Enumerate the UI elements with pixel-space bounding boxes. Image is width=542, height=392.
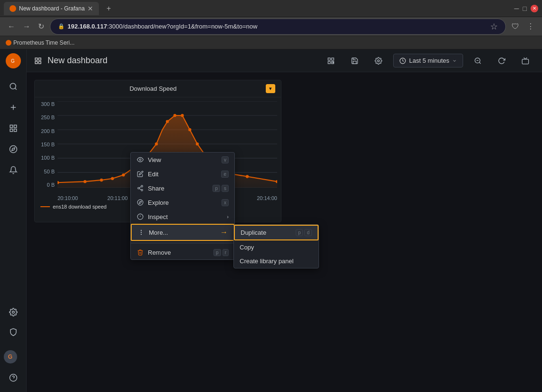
panel-header: Download Speed ▾ — [35, 80, 281, 97]
menu-item-remove[interactable]: Remove p r — [131, 245, 234, 259]
new-tab-button[interactable]: + — [103, 2, 115, 15]
browser-tab[interactable]: New dashboard - Grafana ✕ — [4, 2, 99, 15]
save-dashboard-button[interactable] — [346, 54, 364, 68]
remove-shortcut-key-r: r — [223, 249, 229, 256]
tv-mode-button[interactable] — [516, 54, 534, 68]
remove-shortcut-key-p: p — [213, 249, 221, 256]
dup-shortcut-key-p: p — [296, 229, 303, 236]
menu-share-shortcut: p s — [213, 185, 229, 192]
sidebar-item-add[interactable] — [4, 98, 23, 117]
svg-rect-15 — [328, 58, 330, 60]
submenu-item-copy[interactable]: Copy — [234, 240, 319, 254]
browser-controls: ← → ↻ 🔒 192.168.0.117:3000/dashboard/new… — [0, 17, 542, 36]
inspect-chevron-icon: › — [227, 214, 229, 220]
y-label-0: 0 B — [37, 182, 55, 188]
duplicate-shortcut: p d — [296, 229, 312, 236]
svg-point-42 — [181, 114, 184, 117]
menu-item-inspect[interactable]: Inspect › — [131, 210, 234, 224]
svg-rect-4 — [14, 125, 16, 127]
browser-titlebar: New dashboard - Grafana ✕ + ─ □ ✕ — [0, 0, 542, 17]
menu-item-view[interactable]: View v — [131, 153, 234, 167]
remove-icon — [136, 249, 144, 256]
top-nav: New dashboard Last 5 minutes — [27, 49, 542, 72]
dashboard-title: New dashboard — [48, 56, 107, 66]
window-controls: ─ □ ✕ — [514, 5, 538, 12]
x-label-1: 20:10:00 — [58, 195, 78, 201]
grafana-logo[interactable]: G — [6, 53, 21, 68]
menu-explore-shortcut: x — [222, 199, 229, 206]
menu-view-label: View — [148, 156, 161, 163]
sidebar-item-dashboards[interactable] — [4, 119, 23, 138]
main-content: New dashboard Last 5 minutes — [27, 49, 542, 392]
submenu-item-duplicate[interactable]: Duplicate p d — [234, 225, 319, 240]
svg-point-55 — [137, 200, 143, 205]
minimize-button[interactable]: ─ — [514, 5, 519, 12]
y-label-50: 50 B — [37, 169, 55, 174]
bookmark-item-prometheus[interactable]: Prometheus Time Seri... — [6, 39, 75, 46]
more-icon — [137, 229, 145, 236]
close-button[interactable]: ✕ — [531, 5, 538, 12]
svg-point-36 — [122, 173, 125, 176]
extensions-button[interactable]: 🛡 — [510, 20, 521, 33]
menu-item-share[interactable]: Share p s — [131, 181, 234, 195]
svg-point-40 — [166, 120, 169, 123]
maximize-button[interactable]: □ — [523, 5, 527, 12]
sidebar-item-shield[interactable] — [4, 323, 23, 342]
star-icon[interactable]: ☆ — [490, 21, 498, 32]
refresh-button[interactable] — [493, 54, 511, 68]
svg-point-2 — [10, 83, 16, 89]
menu-more-label: More... — [149, 229, 168, 236]
svg-point-49 — [139, 159, 141, 161]
y-label-100: 100 B — [37, 155, 55, 161]
submenu-item-create-library[interactable]: Create library panel — [234, 254, 319, 268]
svg-point-19 — [377, 60, 379, 62]
dup-shortcut-key-d: d — [304, 229, 312, 236]
sidebar-item-explore[interactable] — [4, 140, 23, 159]
y-label-250: 250 B — [37, 115, 55, 120]
chart-y-labels: 300 B 250 B 200 B 150 B 100 B 50 B 0 B — [37, 101, 57, 188]
svg-rect-13 — [35, 61, 38, 64]
svg-rect-6 — [14, 129, 16, 132]
menu-remove-shortcut: p r — [213, 249, 229, 256]
sidebar-item-search[interactable] — [4, 77, 23, 96]
menu-edit-label: Edit — [148, 171, 158, 178]
menu-edit-shortcut: e — [221, 171, 229, 178]
menu-separator — [131, 243, 234, 243]
user-avatar[interactable]: G — [4, 350, 17, 363]
view-shortcut-key: v — [222, 156, 229, 163]
sidebar-item-help[interactable] — [4, 368, 23, 387]
back-button[interactable]: ← — [6, 20, 17, 33]
sidebar-item-settings[interactable] — [4, 303, 23, 322]
svg-rect-11 — [35, 58, 38, 60]
menu-explore-label: Explore — [148, 199, 169, 206]
sidebar-item-alerting[interactable] — [4, 161, 23, 180]
svg-rect-24 — [522, 59, 528, 64]
address-bar[interactable]: 🔒 192.168.0.117:3000/dashboard/new?orgId… — [50, 19, 506, 35]
tab-favicon — [10, 5, 16, 12]
y-label-300: 300 B — [37, 101, 55, 107]
menu-inspect-label: Inspect — [148, 213, 168, 220]
bookmark-bar: Prometheus Time Seri... — [0, 36, 542, 49]
svg-point-41 — [174, 114, 176, 117]
share-icon — [136, 184, 144, 192]
bookmark-label: Prometheus Time Seri... — [13, 39, 75, 46]
x-label-5: 20:14:00 — [257, 195, 277, 201]
menu-item-edit[interactable]: Edit e — [131, 167, 234, 181]
panel-menu-button[interactable]: ▾ — [266, 84, 275, 93]
zoom-out-button[interactable] — [469, 54, 487, 68]
more-submenu: Duplicate p d Copy Create librar — [233, 224, 319, 268]
library-label: Create library panel — [240, 258, 293, 265]
time-range-picker[interactable]: Last 5 minutes — [393, 54, 463, 67]
reload-button[interactable]: ↻ — [36, 20, 46, 33]
panel-title: Download Speed — [40, 85, 266, 92]
menu-item-more[interactable]: More... → Duplicate p d — [131, 224, 234, 241]
forward-button[interactable]: → — [21, 20, 32, 33]
menu-item-explore[interactable]: Explore x — [131, 195, 234, 210]
tab-close-button[interactable]: ✕ — [87, 5, 93, 12]
menu-button[interactable]: ⋮ — [525, 20, 536, 33]
svg-point-35 — [111, 177, 114, 180]
svg-rect-17 — [328, 61, 330, 64]
add-panel-button[interactable] — [322, 54, 340, 68]
svg-point-51 — [138, 187, 140, 189]
settings-button[interactable] — [369, 54, 387, 68]
